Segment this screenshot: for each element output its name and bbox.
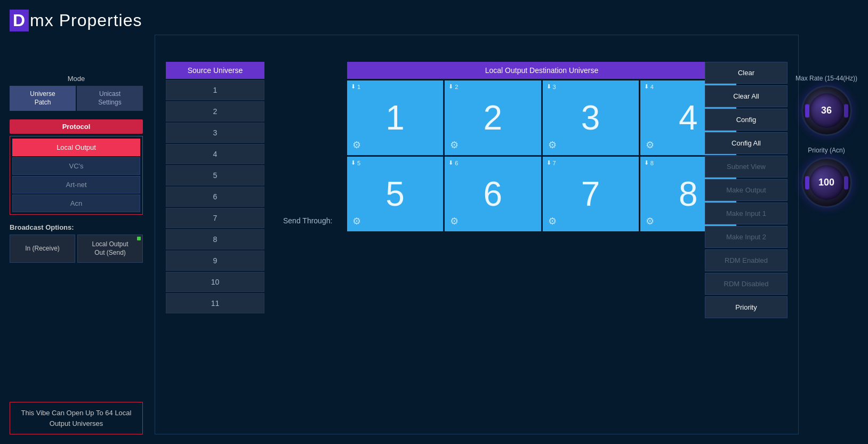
dest-cell-port-2: ⬇ 2 (448, 83, 458, 90)
page-title: D mx Properties (10, 10, 142, 31)
action-rdm-enabled: RDM Enabled (705, 249, 787, 271)
dest-cell-1[interactable]: ⬇ 1 ⚙ 1 (347, 80, 443, 155)
source-row-10[interactable]: 10 (166, 272, 264, 292)
dest-cell-num-6: 6 (484, 174, 503, 214)
source-row-4[interactable]: 4 (166, 144, 264, 164)
action-priority[interactable]: Priority (705, 296, 787, 318)
max-rate-label: Max Rate (15-44(Hz)) (795, 75, 857, 82)
source-universe-header: Source Universe (166, 62, 264, 79)
source-row-3[interactable]: 3 (166, 123, 264, 143)
dest-cell-7[interactable]: ⬇ 7 ⚙ 7 (543, 157, 639, 231)
dest-cell-num-3: 3 (581, 98, 600, 138)
title-d-letter: D (10, 10, 29, 31)
port-icon-6: ⬇ (448, 159, 453, 166)
dest-cell-bottom-icon-5: ⚙ (352, 215, 361, 227)
knob-inner-max-rate: 36 (809, 93, 844, 128)
protocol-list: Local Output VC's Art-net Acn (10, 136, 143, 215)
dest-cell-6[interactable]: ⬇ 6 ⚙ 6 (445, 157, 541, 231)
broadcast-buttons: In (Receive) Local OutputOut (Send) (10, 235, 143, 263)
info-box: This Vibe Can Open Up To 64 Local Output… (10, 402, 143, 434)
dest-cell-num-7: 7 (581, 174, 600, 214)
dest-cell-bottom-icon-4: ⚙ (646, 139, 654, 151)
priority-knob-highlight-left (805, 176, 809, 189)
max-rate-section: Max Rate (15-44(Hz)) 36 (795, 75, 857, 136)
dest-cell-num-2: 2 (484, 98, 503, 138)
knobs-panel: Max Rate (15-44(Hz)) 36 Priority (Acn) 1… (794, 75, 858, 208)
dest-cell-bottom-icon-1: ⚙ (352, 139, 361, 151)
dest-cell-2[interactable]: ⬇ 2 ⚙ 2 (445, 80, 541, 155)
dest-cell-port-7: ⬇ 7 (546, 159, 556, 166)
source-row-1[interactable]: 1 (166, 80, 264, 100)
main-area: Source Universe 1 2 3 4 5 6 7 8 9 10 11 … (155, 35, 799, 434)
send-through-label: Send Through: (283, 216, 332, 225)
max-rate-value: 36 (821, 105, 832, 116)
action-clear-all[interactable]: Clear All (705, 85, 787, 107)
max-rate-knob[interactable]: 36 (801, 85, 852, 136)
action-make-output: Make Output (705, 179, 787, 201)
broadcast-local-output-send[interactable]: Local OutputOut (Send) (77, 235, 143, 263)
dest-cell-num-8: 8 (679, 174, 698, 214)
broadcast-label: Broadcast Options: (10, 223, 143, 231)
dest-cell-bottom-icon-6: ⚙ (450, 215, 459, 227)
priority-acn-section: Priority (Acn) 100 (801, 147, 852, 208)
dest-cell-5[interactable]: ⬇ 5 ⚙ 5 (347, 157, 443, 231)
dest-cell-3[interactable]: ⬇ 3 ⚙ 3 (543, 80, 639, 155)
port-icon-7: ⬇ (546, 159, 551, 166)
dest-cell-port-8: ⬇ 8 (644, 159, 654, 166)
protocol-acn[interactable]: Acn (12, 195, 140, 212)
priority-acn-value: 100 (818, 177, 834, 188)
dest-cell-port-6: ⬇ 6 (448, 159, 458, 166)
dest-cell-bottom-icon-7: ⚙ (548, 215, 557, 227)
dest-cell-num-5: 5 (385, 174, 405, 214)
source-row-2[interactable]: 2 (166, 101, 264, 122)
action-config-all[interactable]: Config All (705, 132, 787, 154)
active-dot (137, 237, 141, 240)
dest-cell-num-4: 4 (679, 98, 698, 138)
protocol-local-output[interactable]: Local Output (12, 139, 140, 156)
port-icon-1: ⬇ (351, 83, 356, 90)
action-clear[interactable]: Clear (705, 62, 787, 84)
dest-cell-bottom-icon-3: ⚙ (548, 139, 557, 151)
dest-cell-port-5: ⬇ 5 (351, 159, 360, 166)
priority-knob-highlight-right (844, 176, 848, 189)
knob-inner-priority: 100 (809, 165, 844, 200)
source-row-5[interactable]: 5 (166, 165, 264, 185)
dest-cell-port-4: ⬇ 4 (644, 83, 654, 90)
left-panel: Mode UniversePatch UnicastSettings Proto… (10, 75, 143, 263)
protocol-art-net[interactable]: Art-net (12, 176, 140, 193)
knob-highlight-right (844, 104, 848, 117)
source-row-8[interactable]: 8 (166, 229, 264, 249)
broadcast-in-receive[interactable]: In (Receive) (10, 235, 75, 263)
dest-universe: Local Output Destination Universe ⬇ 1 ⚙ … (347, 62, 736, 231)
dest-cell-bottom-icon-2: ⚙ (450, 139, 459, 151)
source-universe-rows: 1 2 3 4 5 6 7 8 9 10 11 (166, 80, 264, 313)
mode-label: Mode (10, 75, 143, 83)
source-row-9[interactable]: 9 (166, 251, 264, 271)
dest-cell-port-1: ⬇ 1 (351, 83, 360, 90)
mode-unicast-settings[interactable]: UnicastSettings (77, 86, 143, 111)
action-make-input-2: Make Input 2 (705, 226, 787, 248)
port-icon-5: ⬇ (351, 159, 356, 166)
mode-buttons: UniversePatch UnicastSettings (10, 86, 143, 111)
priority-acn-knob[interactable]: 100 (801, 157, 852, 208)
protocol-vcs[interactable]: VC's (12, 157, 140, 175)
port-icon-2: ⬇ (448, 83, 453, 90)
action-config[interactable]: Config (705, 109, 787, 131)
dest-cell-port-3: ⬇ 3 (546, 83, 556, 90)
knob-highlight-left (805, 104, 809, 117)
port-icon-4: ⬇ (644, 83, 649, 90)
title-rest: mx Properties (30, 11, 142, 30)
port-icon-3: ⬇ (546, 83, 551, 90)
source-universe: Source Universe 1 2 3 4 5 6 7 8 9 10 11 (166, 62, 264, 313)
source-row-7[interactable]: 7 (166, 208, 264, 228)
source-row-6[interactable]: 6 (166, 187, 264, 207)
source-row-11[interactable]: 11 (166, 293, 264, 313)
dest-cell-num-1: 1 (385, 98, 405, 138)
mode-universe-patch[interactable]: UniversePatch (10, 86, 76, 111)
broadcast-section: Broadcast Options: In (Receive) Local Ou… (10, 223, 143, 263)
protocol-label: Protocol (10, 119, 143, 134)
action-make-input-1: Make Input 1 (705, 203, 787, 224)
action-buttons: Clear Clear All Config Config All Subnet… (705, 62, 787, 318)
port-icon-8: ⬇ (644, 159, 649, 166)
priority-acn-label: Priority (Acn) (808, 147, 845, 154)
